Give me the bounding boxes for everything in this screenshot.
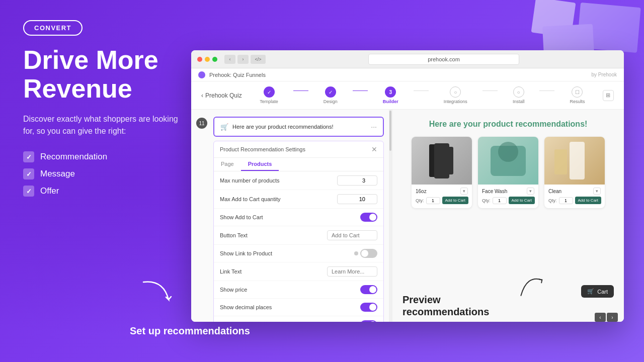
step-circle-template: ✓ xyxy=(264,86,275,98)
browser-back-icon[interactable]: ‹ xyxy=(224,55,235,64)
check-icon-recommendation xyxy=(23,151,34,162)
max-products-input[interactable] xyxy=(337,175,377,186)
step-circle-install: ○ xyxy=(513,86,524,98)
step-builder[interactable]: 3 Builder xyxy=(383,86,398,104)
product-info-2: Face Wash ▾ Qty: Add to Cart xyxy=(478,185,538,208)
add-cart-btn-1[interactable]: Add to Cart xyxy=(442,197,468,204)
show-price-toggle[interactable] xyxy=(360,285,377,294)
browser-dots xyxy=(197,57,217,62)
cart-btn-label: Cart xyxy=(597,289,608,295)
step-label-builder: Builder xyxy=(383,99,398,104)
setting-label-show-atc: Show Add to Cart xyxy=(220,214,263,220)
preview-icon-btn[interactable]: ⊞ xyxy=(603,90,614,101)
product-dropdown-2[interactable]: ▾ xyxy=(527,188,534,195)
step-circle-results: ☐ xyxy=(572,86,583,98)
decimal-toggle[interactable] xyxy=(360,303,377,312)
product-card-3: Clean ▾ Qty: Add to Cart xyxy=(544,137,605,208)
preview-panel: Here are your product recommendations! 1… xyxy=(392,110,624,322)
setting-label-btn-text: Button Text xyxy=(220,232,248,238)
dot-yellow[interactable] xyxy=(205,57,210,62)
products-grid: 16oz ▾ Qty: Add to Cart xyxy=(403,137,614,208)
quiz-name: Prehook Quiz xyxy=(205,92,242,99)
setting-label-show-link: Show Link to Product xyxy=(220,250,272,256)
nav-arrows: ‹ › xyxy=(595,313,618,322)
settings-close-button[interactable]: ✕ xyxy=(371,145,377,153)
settings-header: Product Recommendation Settings ✕ xyxy=(214,141,383,158)
step-line-5 xyxy=(539,90,554,91)
tab-page[interactable]: Page xyxy=(214,158,241,171)
nav-arrow-left[interactable]: ‹ xyxy=(595,313,606,322)
question-header-left: 🛒 Here are your product recommendations! xyxy=(220,123,334,131)
editor-scroll-area: 11 🛒 Here are your product recommendatio… xyxy=(191,110,392,322)
product-name-row-3: Clean ▾ xyxy=(548,188,601,195)
step-label-install: Install xyxy=(513,99,525,104)
qty-row-2: Qty: Add to Cart xyxy=(482,197,534,204)
step-line-4 xyxy=(482,90,498,91)
back-button[interactable]: ‹ Prehook Quiz xyxy=(201,92,242,99)
setting-row-show-atc: Show Add to Cart xyxy=(214,209,383,226)
app-header: Prehook: Quiz Funnels by Prehook xyxy=(191,68,624,81)
preview-arrow-decoration xyxy=(512,267,550,304)
link-text-input[interactable] xyxy=(327,266,377,277)
editor-panel: 11 🛒 Here are your product recommendatio… xyxy=(191,110,392,322)
product-dropdown-3[interactable]: ▾ xyxy=(593,188,601,195)
product-image-3 xyxy=(544,137,605,185)
cart-float-button[interactable]: 🛒 Cart xyxy=(581,285,614,298)
browser-forward-icon[interactable]: › xyxy=(237,55,249,64)
show-atc-toggle[interactable] xyxy=(360,213,377,222)
editor-scrollbar[interactable] xyxy=(389,110,392,322)
browser-chrome: ‹ › </> prehook.com xyxy=(191,50,624,68)
step-circle-builder: 3 xyxy=(385,86,396,98)
settings-panel: Product Recommendation Settings ✕ Page P… xyxy=(213,141,384,322)
question-header: 🛒 Here are your product recommendations!… xyxy=(220,123,377,131)
qty-input-3[interactable] xyxy=(559,197,573,204)
add-cart-btn-3[interactable]: Add to Cart xyxy=(575,197,601,204)
nav-arrow-right[interactable]: › xyxy=(607,313,618,322)
step-line-2 xyxy=(353,90,368,91)
product-name-2: Face Wash xyxy=(482,189,507,194)
preview-recs-label: Preview recommendations xyxy=(403,294,489,318)
btn-text-input[interactable] xyxy=(327,230,377,240)
qty-input-1[interactable] xyxy=(426,197,440,204)
dot-green[interactable] xyxy=(212,57,217,62)
app-name: Prehook: Quiz Funnels xyxy=(209,72,266,78)
product-info-1: 16oz ▾ Qty: Add to Cart xyxy=(412,185,472,208)
show-link-toggle[interactable] xyxy=(360,249,377,258)
product-dropdown-1[interactable]: ▾ xyxy=(460,188,468,195)
tab-products[interactable]: Products xyxy=(241,158,279,171)
qty-label-2: Qty: xyxy=(482,198,491,203)
left-content: CONVERT Drive More Revenue Discover exac… xyxy=(23,20,184,217)
max-qty-input[interactable] xyxy=(337,194,377,204)
step-integrations[interactable]: ○ Integrations xyxy=(444,86,467,104)
setting-row-show-link: Show Link to Product xyxy=(214,245,383,262)
description: Discover exactly what shoppers are looki… xyxy=(23,113,184,137)
step-results[interactable]: ☐ Results xyxy=(570,86,585,104)
step-circle-design: ✓ xyxy=(325,86,336,98)
setup-label: Set up recommendations xyxy=(130,325,250,337)
setting-label-link-text: Link Text xyxy=(220,268,242,275)
question-block[interactable]: 🛒 Here are your product recommendations!… xyxy=(213,117,384,137)
setting-row-btn-text: Button Text xyxy=(214,226,383,245)
show-link-toggle-group xyxy=(354,249,377,258)
add-cart-btn-2[interactable]: Add to Cart xyxy=(509,197,535,204)
prehook-icon xyxy=(198,71,205,78)
dots-menu[interactable]: ··· xyxy=(371,123,377,131)
preview-content: Here are your product recommendations! 1… xyxy=(392,110,624,226)
step-design[interactable]: ✓ Design xyxy=(324,86,338,104)
group-variants-toggle[interactable] xyxy=(360,320,377,322)
qty-input-2[interactable] xyxy=(493,197,507,204)
step-install[interactable]: ○ Install xyxy=(513,86,525,104)
dot-red[interactable] xyxy=(197,57,202,62)
browser-code-icon: </> xyxy=(251,55,266,64)
setting-row-link-text: Link Text xyxy=(214,262,383,281)
list-item: Recommendation xyxy=(23,151,184,162)
app-header-left: Prehook: Quiz Funnels xyxy=(198,71,266,78)
preview-title: Here are your product recommendations! xyxy=(403,120,614,129)
step-template[interactable]: ✓ Template xyxy=(260,86,278,104)
browser-url-bar[interactable]: prehook.com xyxy=(368,54,519,65)
check-icon-offer xyxy=(23,186,34,197)
setting-label-max-products: Max number of products xyxy=(220,177,280,184)
list-item: Offer xyxy=(23,186,184,197)
product-card-2: Face Wash ▾ Qty: Add to Cart xyxy=(478,137,538,208)
setting-label-max-qty: Max Add to Cart quantity xyxy=(220,196,280,202)
